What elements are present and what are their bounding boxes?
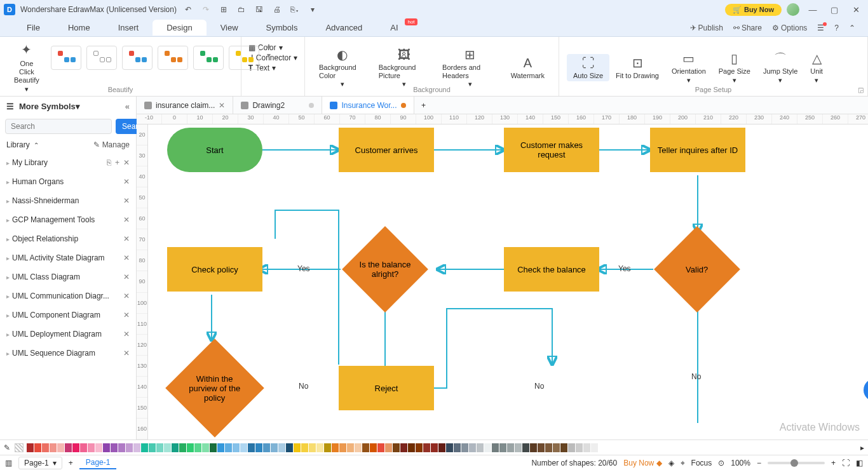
fit-to-drawing-button[interactable]: ⊡Fit to Drawing (609, 54, 665, 81)
maximize-icon[interactable]: ▢ (826, 3, 843, 16)
color-swatch-69[interactable] (553, 443, 560, 452)
color-swatch-2[interactable] (42, 443, 49, 452)
help-icon[interactable]: ? (834, 24, 839, 32)
color-swatch-31[interactable] (263, 443, 270, 452)
undo-icon[interactable]: ↶ (182, 3, 194, 16)
color-swatch-12[interactable] (118, 443, 125, 452)
library-collapse-icon[interactable]: ⌃ (34, 142, 39, 149)
color-swatch-23[interactable] (202, 443, 209, 452)
shape-customer-arrives[interactable]: Customer arrives (339, 128, 434, 172)
color-swatch-41[interactable] (339, 443, 346, 452)
eyedropper-icon[interactable]: ✎ (4, 443, 10, 452)
color-swatch-47[interactable] (385, 443, 392, 452)
theme-down-icon[interactable]: ▾ (267, 51, 271, 60)
color-swatch-32[interactable] (271, 443, 278, 452)
library-item-5[interactable]: ▸UML Activity State Diagram✕ (0, 248, 136, 267)
color-swatch-72[interactable] (576, 443, 583, 452)
shape-balance-decision[interactable]: Is the balance alright? (342, 226, 428, 312)
library-item-7[interactable]: ▸UML Communication Diagr...✕ (0, 286, 136, 306)
library-item-10[interactable]: ▸UML Sequence Diagram✕ (0, 344, 136, 363)
color-swatch-42[interactable] (347, 443, 354, 452)
color-swatch-68[interactable] (545, 443, 552, 452)
page-panel-icon[interactable]: ▥ (5, 459, 12, 467)
color-swatch-51[interactable] (416, 443, 423, 452)
collapse-ribbon-icon[interactable]: ⌃ (849, 24, 855, 32)
doc-tab-2[interactable]: Insurance Wor... (322, 97, 414, 114)
color-swatch-26[interactable] (225, 443, 232, 452)
color-swatch-0[interactable] (27, 443, 34, 452)
page-setup-launcher-icon[interactable]: ◲ (858, 86, 864, 93)
notification-icon[interactable]: ☰ (817, 24, 824, 32)
color-swatch-45[interactable] (370, 443, 377, 452)
focus-label[interactable]: Focus (691, 459, 712, 467)
library-item-4[interactable]: ▸Object Relationship✕ (0, 229, 136, 248)
color-swatch-66[interactable] (530, 443, 537, 452)
library-item-0[interactable]: ▸My Library⎘+✕ (0, 153, 136, 172)
save-icon[interactable]: 🖫 (253, 3, 266, 16)
zoom-in-button[interactable]: + (831, 459, 836, 467)
search-input[interactable] (5, 119, 112, 134)
color-swatch-25[interactable] (217, 443, 224, 452)
color-swatch-3[interactable] (50, 443, 57, 452)
shape-check-balance[interactable]: Check the balance (504, 247, 599, 292)
export-icon[interactable]: ⎘▾ (288, 3, 301, 16)
color-swatch-7[interactable] (80, 443, 87, 452)
shape-teller-inquires[interactable]: Teller inquires after ID (650, 128, 745, 172)
library-item-1[interactable]: ▸Human Organs✕ (0, 172, 136, 191)
color-swatch-43[interactable] (355, 443, 362, 452)
color-swatch-5[interactable] (65, 443, 72, 452)
auto-size-button[interactable]: ⛶Auto Size (567, 54, 609, 81)
one-click-beautify-button[interactable]: ✦ One ClickBeautify ▾ (8, 41, 46, 95)
menu-symbols[interactable]: Symbols (252, 20, 312, 36)
theme-up-icon[interactable]: ▴ (267, 41, 271, 50)
color-swatch-60[interactable] (484, 443, 491, 452)
color-swatch-59[interactable] (477, 443, 484, 452)
color-swatch-56[interactable] (454, 443, 461, 452)
shape-customer-makes-request[interactable]: Customer makes request (504, 128, 599, 172)
shape-reject[interactable]: Reject (339, 366, 434, 410)
color-swatch-9[interactable] (95, 443, 102, 452)
page-tab[interactable]: Page-1 (79, 457, 117, 469)
color-swatch-74[interactable] (591, 443, 598, 452)
color-swatch-52[interactable] (423, 443, 430, 452)
color-swatch-40[interactable] (332, 443, 339, 452)
focus-target-icon[interactable]: ⌖ (681, 459, 685, 467)
color-swatch-22[interactable] (194, 443, 201, 452)
shape-start[interactable]: Start (167, 128, 262, 172)
library-item-3[interactable]: ▸GCP Management Tools✕ (0, 210, 136, 229)
theme-4[interactable] (158, 46, 188, 70)
color-swatch-30[interactable] (255, 443, 262, 452)
menu-file[interactable]: File (13, 20, 54, 36)
theme-3[interactable] (122, 46, 153, 70)
color-swatch-4[interactable] (57, 443, 64, 452)
minimize-icon[interactable]: — (804, 3, 821, 16)
color-swatch-67[interactable] (538, 443, 545, 452)
shape-check-policy[interactable]: Check policy (167, 247, 262, 292)
more-icon[interactable]: ▾ (306, 3, 319, 16)
no-fill-swatch[interactable] (15, 443, 24, 452)
menu-design[interactable]: Design (153, 20, 206, 36)
library-item-6[interactable]: ▸UML Class Diagram✕ (0, 267, 136, 286)
color-swatch-8[interactable] (88, 443, 95, 452)
menu-insert[interactable]: Insert (104, 20, 153, 36)
zoom-fit-icon[interactable]: ⊙ (718, 459, 724, 467)
color-swatch-50[interactable] (408, 443, 415, 452)
doc-tab-0[interactable]: insurance claim...✕ (137, 97, 233, 114)
open-icon[interactable]: 🗀 (235, 3, 248, 16)
collapse-sidebar-icon[interactable]: « (125, 102, 130, 111)
buy-now-button[interactable]: 🛒 Buy Now (725, 4, 782, 16)
status-buy-button[interactable]: Buy Now ◆ (623, 459, 661, 467)
color-swatch-14[interactable] (133, 443, 140, 452)
background-color-button[interactable]: ◐Background Color▾ (313, 46, 372, 90)
color-swatch-73[interactable] (583, 443, 590, 452)
color-swatch-20[interactable] (179, 443, 186, 452)
menu-advanced[interactable]: Advanced (311, 20, 376, 36)
panel-toggle-icon[interactable]: ◧ (856, 459, 863, 467)
color-more-icon[interactable]: ▸ (860, 443, 864, 452)
color-swatch-21[interactable] (187, 443, 194, 452)
layers-icon[interactable]: ◈ (668, 459, 674, 467)
color-swatch-58[interactable] (469, 443, 476, 452)
zoom-level[interactable]: 100% (731, 459, 750, 467)
shape-policy-decision[interactable]: Within the purview of the policy (165, 339, 264, 438)
library-item-2[interactable]: ▸Nassi-Shneiderman✕ (0, 191, 136, 210)
